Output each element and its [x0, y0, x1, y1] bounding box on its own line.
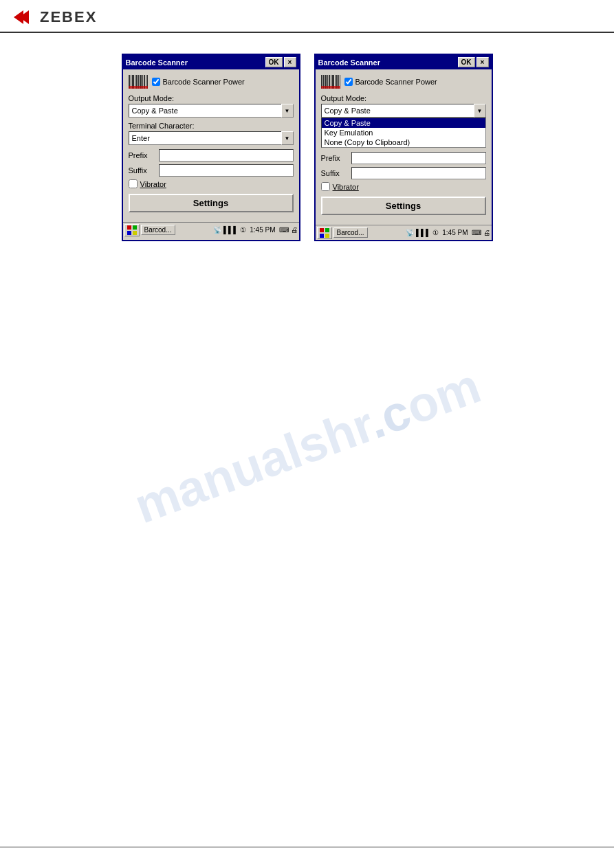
- content-area: Barcode Scanner OK ×: [0, 33, 614, 262]
- tray-icon-barcode-1: ▌▌▌: [223, 226, 238, 234]
- tray-icon-antenna-1: 📡: [213, 226, 221, 234]
- vibrator-row-1: Vibrator: [129, 179, 294, 188]
- barcode-icon-1: [129, 75, 148, 89]
- prefix-field-2: Prefix: [321, 152, 486, 164]
- window2-body: Barcode Scanner Power Output Mode: ▼ Cop…: [316, 69, 492, 225]
- svg-rect-29: [321, 86, 340, 89]
- terminal-char-label-1: Terminal Character:: [129, 122, 294, 130]
- window1-body: Barcode Scanner Power Output Mode: ▼ Ter…: [123, 69, 299, 222]
- scanner-power-checkbox-2[interactable]: Barcode Scanner Power: [344, 78, 437, 86]
- prefix-field-1: Prefix: [129, 149, 294, 162]
- svg-rect-13: [129, 86, 148, 89]
- logo-text: ZEBEX: [40, 8, 97, 26]
- taskbar-2: Barcod... 📡 ▌▌▌ ① 1:45 PM ⌨ 🖨: [316, 225, 492, 240]
- watermark: manualshr.com: [127, 357, 487, 534]
- logo-arrows-icon: [14, 10, 34, 24]
- settings-button-2[interactable]: Settings: [321, 197, 486, 215]
- prefix-label-1: Prefix: [129, 151, 155, 159]
- taskbar-item-2[interactable]: Barcod...: [333, 227, 368, 238]
- settings-button-1[interactable]: Settings: [129, 194, 294, 212]
- scanner-power-row-1: Barcode Scanner Power: [129, 75, 294, 89]
- svg-rect-15: [133, 225, 137, 230]
- page-header: ZEBEX: [0, 0, 614, 33]
- titlebar-buttons-2: OK ×: [458, 57, 489, 67]
- scanner-power-label-1: Barcode Scanner Power: [163, 78, 245, 86]
- prefix-label-2: Prefix: [321, 154, 347, 162]
- svg-rect-16: [127, 231, 131, 235]
- taskbar-start-1[interactable]: [124, 224, 140, 236]
- output-mode-select-container-2: ▼ Copy & Paste Key Emulation None (Copy …: [321, 104, 486, 118]
- output-mode-select-2[interactable]: [321, 104, 486, 118]
- vibrator-checkbox-2[interactable]: [321, 182, 330, 191]
- window1-title: Barcode Scanner: [126, 58, 188, 67]
- output-mode-select-1[interactable]: [129, 104, 294, 118]
- tray-icon-antenna-2: 📡: [406, 229, 414, 236]
- vibrator-label-2: Vibrator: [333, 183, 359, 191]
- tray-icon-i-1: ①: [240, 226, 246, 234]
- barcode-scanner-window-2: Barcode Scanner OK ×: [314, 54, 493, 241]
- svg-rect-31: [325, 228, 329, 232]
- output-mode-label-1: Output Mode:: [129, 94, 294, 102]
- scanner-power-input-1[interactable]: [152, 78, 160, 86]
- taskbar-tray-2: 📡 ▌▌▌ ① 1:45 PM ⌨ 🖨: [406, 229, 490, 236]
- taskbar-1: Barcod... 📡 ▌▌▌ ① 1:45 PM ⌨ 🖨: [123, 222, 299, 237]
- vibrator-label-1: Vibrator: [140, 180, 166, 188]
- window2-title: Barcode Scanner: [318, 58, 380, 67]
- terminal-char-select-container-1: ▼: [129, 131, 294, 145]
- scanner-power-input-2[interactable]: [344, 78, 353, 86]
- tray-icon-printer-2: 🖨: [483, 229, 490, 236]
- suffix-input-2[interactable]: [351, 167, 486, 179]
- output-mode-label-2: Output Mode:: [321, 94, 486, 102]
- zebex-logo: ZEBEX: [14, 8, 97, 26]
- titlebar-1: Barcode Scanner OK ×: [123, 55, 299, 69]
- close-button-2[interactable]: ×: [476, 57, 489, 67]
- suffix-field-2: Suffix: [321, 167, 486, 179]
- barcode-scanner-window-1: Barcode Scanner OK ×: [122, 54, 300, 241]
- output-mode-arrow-1[interactable]: ▼: [281, 104, 294, 118]
- terminal-char-select-1[interactable]: [129, 131, 294, 145]
- output-mode-dropdown-2: Copy & Paste Key Emulation None (Copy to…: [321, 118, 486, 148]
- windows-logo-icon-1: [127, 225, 137, 235]
- taskbar-clock-1: 1:45 PM: [248, 226, 276, 234]
- suffix-label-1: Suffix: [129, 166, 155, 175]
- svg-rect-33: [325, 234, 329, 238]
- scanner-power-row-2: Barcode Scanner Power: [321, 75, 486, 89]
- dropdown-item-none-copy[interactable]: None (Copy to Clipboard): [322, 137, 485, 147]
- svg-rect-30: [320, 228, 324, 232]
- footer-line: [0, 847, 614, 847]
- titlebar-buttons-1: OK ×: [265, 57, 296, 67]
- suffix-field-1: Suffix: [129, 164, 294, 177]
- svg-rect-14: [127, 225, 131, 230]
- taskbar-item-1[interactable]: Barcod...: [141, 225, 175, 235]
- svg-rect-32: [320, 234, 324, 238]
- taskbar-start-2[interactable]: [317, 227, 332, 239]
- tray-icon-kbd-2: ⌨: [472, 229, 481, 236]
- svg-rect-17: [133, 231, 137, 235]
- tray-icon-kbd-1: ⌨: [279, 226, 289, 234]
- scanner-power-label-2: Barcode Scanner Power: [355, 78, 437, 86]
- dropdown-item-copy-paste[interactable]: Copy & Paste: [322, 118, 485, 128]
- output-mode-select-container-1: ▼: [129, 104, 294, 118]
- dropdown-item-key-emulation[interactable]: Key Emulation: [322, 128, 485, 137]
- scanner-power-checkbox-1[interactable]: Barcode Scanner Power: [152, 78, 245, 86]
- ok-button-1[interactable]: OK: [265, 57, 283, 67]
- tray-icon-i-2: ①: [432, 229, 439, 236]
- suffix-input-1[interactable]: [159, 164, 294, 177]
- terminal-char-arrow-1[interactable]: ▼: [281, 131, 294, 145]
- prefix-input-2[interactable]: [351, 152, 486, 164]
- windows-logo-icon-2: [320, 228, 329, 238]
- barcode-icon-2: [321, 75, 340, 89]
- titlebar-2: Barcode Scanner OK ×: [316, 55, 492, 69]
- close-button-1[interactable]: ×: [284, 57, 296, 67]
- vibrator-row-2: Vibrator: [321, 182, 486, 191]
- suffix-label-2: Suffix: [321, 169, 347, 177]
- prefix-input-1[interactable]: [159, 149, 294, 162]
- taskbar-clock-2: 1:45 PM: [441, 229, 469, 236]
- tray-icon-printer-1: 🖨: [291, 226, 298, 234]
- ok-button-2[interactable]: OK: [458, 57, 475, 67]
- output-mode-arrow-2[interactable]: ▼: [474, 104, 486, 118]
- tray-icon-barcode-2: ▌▌▌: [416, 229, 430, 236]
- taskbar-tray-1: 📡 ▌▌▌ ① 1:45 PM ⌨ 🖨: [213, 226, 298, 234]
- vibrator-checkbox-1[interactable]: [129, 179, 138, 188]
